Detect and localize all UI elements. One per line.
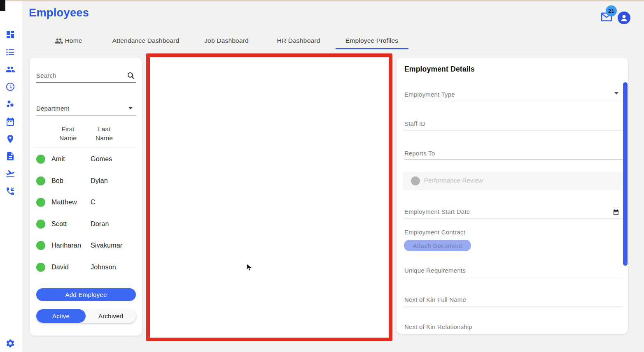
employee-first-name: Hariharan	[51, 242, 91, 249]
employee-row[interactable]: David Johnson	[36, 262, 139, 273]
active-archived-toggle: Active Archived	[36, 309, 136, 323]
list-header-divider	[33, 147, 137, 148]
unique-requirements-field[interactable]: Unique Requirements	[404, 265, 623, 277]
performance-review-toggle[interactable]: Performance Review	[403, 172, 623, 190]
calendar-icon[interactable]	[5, 117, 16, 127]
tab-divider	[29, 49, 626, 49]
employee-row[interactable]: Bob Dylan	[36, 176, 139, 186]
search-icon[interactable]	[127, 72, 135, 80]
status-dot-icon	[36, 198, 45, 207]
people-icon[interactable]	[5, 65, 16, 75]
clock-icon[interactable]	[5, 82, 16, 93]
phone-callback-icon[interactable]	[5, 186, 16, 197]
tab-attendance-label: Attendance Dashboard	[112, 37, 180, 44]
employment-start-date-field[interactable]: Employment Start Date	[404, 206, 623, 218]
top-accent-line	[0, 0, 644, 1]
document-icon[interactable]	[5, 151, 16, 162]
reports-to-field[interactable]: Reports To	[404, 148, 623, 160]
flight-icon[interactable]	[5, 169, 16, 179]
department-filter-select[interactable]: Department	[36, 101, 136, 116]
employee-last-name: Dylan	[91, 177, 108, 185]
active-tab-underline	[336, 48, 408, 49]
chevron-down-icon	[614, 92, 618, 95]
search-input[interactable]: Search	[36, 69, 136, 83]
employee-last-name: Gomes	[91, 155, 112, 163]
employment-type-placeholder: Employment Type	[404, 91, 455, 98]
column-header-first-name: First Name	[54, 125, 82, 143]
app-root: Employees 21 Home Attendance Dashboard J…	[0, 0, 644, 352]
employee-row[interactable]: Matthew C	[36, 197, 139, 208]
employee-last-name: C	[91, 199, 96, 206]
settings-gear-icon[interactable]	[5, 338, 16, 349]
employee-first-name: Matthew	[51, 199, 91, 206]
employee-last-name: Sivakumar	[91, 242, 122, 249]
performance-review-label: Performance Review	[424, 177, 483, 184]
unique-requirements-placeholder: Unique Requirements	[404, 267, 466, 274]
status-dot-icon	[36, 155, 45, 164]
list-icon[interactable]	[5, 47, 16, 58]
employee-last-name: Doran	[91, 220, 109, 228]
toggle-archived-option[interactable]: Archived	[86, 309, 136, 323]
employee-row[interactable]: Hariharan Sivakumar	[36, 240, 139, 251]
staff-id-field[interactable]: Staff ID	[404, 118, 623, 130]
employee-last-name: Johnson	[91, 264, 116, 271]
bubble-chart-icon[interactable]	[5, 100, 16, 110]
profile-form-highlight-frame	[146, 53, 392, 341]
location-pin-icon[interactable]	[5, 134, 16, 145]
status-dot-icon	[36, 176, 45, 185]
tab-home[interactable]: Home	[54, 34, 82, 48]
add-employee-button[interactable]: Add Employee	[36, 288, 136, 301]
tab-hr-dashboard[interactable]: HR Dashboard	[277, 34, 320, 48]
radio-circle-icon	[411, 176, 420, 185]
employment-details-title: Employment Details	[404, 65, 475, 74]
status-dot-icon	[36, 263, 45, 272]
reports-to-placeholder: Reports To	[404, 150, 435, 157]
chevron-down-icon	[128, 107, 133, 109]
tab-job-label: Job Dashboard	[204, 37, 249, 44]
tab-job-dashboard[interactable]: Job Dashboard	[204, 34, 249, 48]
column-header-last-name: Last Name	[90, 125, 119, 143]
start-date-placeholder: Employment Start Date	[404, 208, 470, 215]
tab-employee-profiles-label: Employee Profiles	[345, 37, 398, 44]
status-dot-icon	[36, 220, 45, 229]
page-title: Employees	[29, 7, 89, 19]
employment-contract-label: Employment Contract	[404, 229, 465, 236]
home-people-icon	[54, 37, 63, 45]
employee-row[interactable]: Scott Doran	[36, 219, 139, 229]
employee-first-name: Amit	[51, 155, 91, 163]
department-filter-label: Department	[36, 105, 69, 112]
staff-id-placeholder: Staff ID	[404, 120, 425, 127]
employee-row[interactable]: Amit Gomes	[36, 154, 139, 164]
sidebar	[0, 1, 23, 352]
employment-type-select[interactable]: Employment Type	[404, 89, 623, 101]
toggle-active-option[interactable]: Active	[36, 309, 86, 323]
next-of-kin-relationship-field[interactable]: Next of Kin Relationship	[404, 323, 472, 330]
account-icon[interactable]	[618, 12, 630, 24]
nok-full-name-placeholder: Next of Kin Full Name	[404, 296, 466, 303]
panel-scrollbar[interactable]	[623, 82, 628, 266]
employee-first-name: David	[51, 264, 91, 271]
top-left-marker	[0, 0, 5, 11]
tab-home-label: Home	[65, 37, 82, 44]
tab-employee-profiles[interactable]: Employee Profiles	[345, 34, 398, 48]
employee-first-name: Scott	[51, 220, 91, 228]
dashboard-icon[interactable]	[5, 30, 16, 40]
tab-hr-label: HR Dashboard	[277, 37, 320, 44]
calendar-picker-icon[interactable]	[613, 209, 619, 215]
notification-badge: 21	[606, 5, 617, 16]
next-of-kin-full-name-field[interactable]: Next of Kin Full Name	[404, 294, 623, 306]
status-dot-icon	[36, 241, 45, 250]
employee-first-name: Bob	[51, 177, 91, 185]
attach-document-button[interactable]: Attach Document	[404, 240, 471, 251]
tab-attendance-dashboard[interactable]: Attendance Dashboard	[112, 34, 180, 48]
search-placeholder: Search	[36, 72, 56, 79]
